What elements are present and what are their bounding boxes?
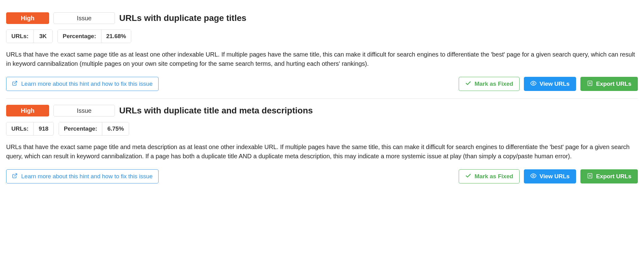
url-count-value: 3K — [34, 30, 52, 43]
eye-icon — [530, 80, 536, 88]
view-urls-label: View URLs — [540, 173, 570, 180]
stats-row: URLs: 3K Percentage: 21.68% — [6, 30, 638, 43]
export-urls-button[interactable]: Export URLs — [580, 77, 638, 91]
issue-block: High Issue URLs with duplicate title and… — [6, 99, 638, 191]
eye-icon — [530, 173, 536, 180]
learn-more-label: Learn more about this hint and how to fi… — [21, 173, 153, 180]
external-link-icon — [12, 173, 18, 180]
svg-line-0 — [14, 81, 17, 84]
type-badge: Issue — [53, 105, 115, 116]
excel-icon — [587, 80, 593, 88]
view-urls-button[interactable]: View URLs — [524, 77, 576, 91]
percentage-label: Percentage: — [58, 30, 101, 43]
type-badge: Issue — [53, 12, 115, 24]
actions-row: Learn more about this hint and how to fi… — [6, 169, 638, 183]
export-urls-button[interactable]: Export URLs — [580, 169, 638, 183]
percentage-value: 6.75% — [102, 122, 129, 135]
mark-fixed-label: Mark as Fixed — [474, 173, 513, 180]
mark-fixed-button[interactable]: Mark as Fixed — [459, 77, 520, 91]
learn-more-label: Learn more about this hint and how to fi… — [21, 81, 153, 87]
issue-block: High Issue URLs with duplicate page titl… — [6, 6, 638, 99]
export-urls-label: Export URLs — [596, 81, 631, 87]
mark-fixed-button[interactable]: Mark as Fixed — [459, 169, 520, 183]
issue-title: URLs with duplicate page titles — [119, 13, 246, 23]
external-link-icon — [12, 81, 18, 88]
url-count-value: 918 — [34, 122, 53, 135]
url-count-group: URLs: 3K — [6, 30, 53, 43]
issue-title: URLs with duplicate title and meta descr… — [119, 106, 313, 116]
learn-more-button[interactable]: Learn more about this hint and how to fi… — [6, 77, 159, 91]
percentage-label: Percentage: — [59, 122, 103, 135]
percentage-group: Percentage: 21.68% — [57, 30, 131, 43]
svg-point-4 — [533, 175, 534, 176]
right-actions: Mark as Fixed View URLs Export URLs — [459, 169, 638, 183]
stats-row: URLs: 918 Percentage: 6.75% — [6, 122, 638, 136]
percentage-group: Percentage: 6.75% — [59, 122, 129, 136]
actions-row: Learn more about this hint and how to fi… — [6, 77, 638, 91]
url-count-label: URLs: — [6, 122, 34, 135]
svg-line-3 — [14, 174, 17, 176]
url-count-group: URLs: 918 — [6, 122, 54, 136]
url-count-label: URLs: — [6, 30, 34, 43]
right-actions: Mark as Fixed View URLs Export URLs — [459, 77, 638, 91]
svg-point-1 — [533, 82, 534, 84]
issue-header-row: High Issue URLs with duplicate title and… — [6, 105, 638, 116]
check-icon — [465, 80, 471, 88]
mark-fixed-label: Mark as Fixed — [474, 81, 513, 87]
view-urls-button[interactable]: View URLs — [524, 169, 576, 183]
percentage-value: 21.68% — [101, 30, 131, 43]
excel-icon — [587, 173, 593, 180]
export-urls-label: Export URLs — [596, 173, 631, 180]
learn-more-button[interactable]: Learn more about this hint and how to fi… — [6, 169, 159, 183]
severity-badge: High — [6, 12, 49, 24]
issue-description: URLs that have the exact same page title… — [6, 50, 638, 68]
issue-header-row: High Issue URLs with duplicate page titl… — [6, 12, 638, 24]
view-urls-label: View URLs — [540, 81, 570, 87]
severity-badge: High — [6, 105, 49, 116]
issue-description: URLs that have the exact same page title… — [6, 142, 638, 161]
check-icon — [465, 173, 471, 180]
